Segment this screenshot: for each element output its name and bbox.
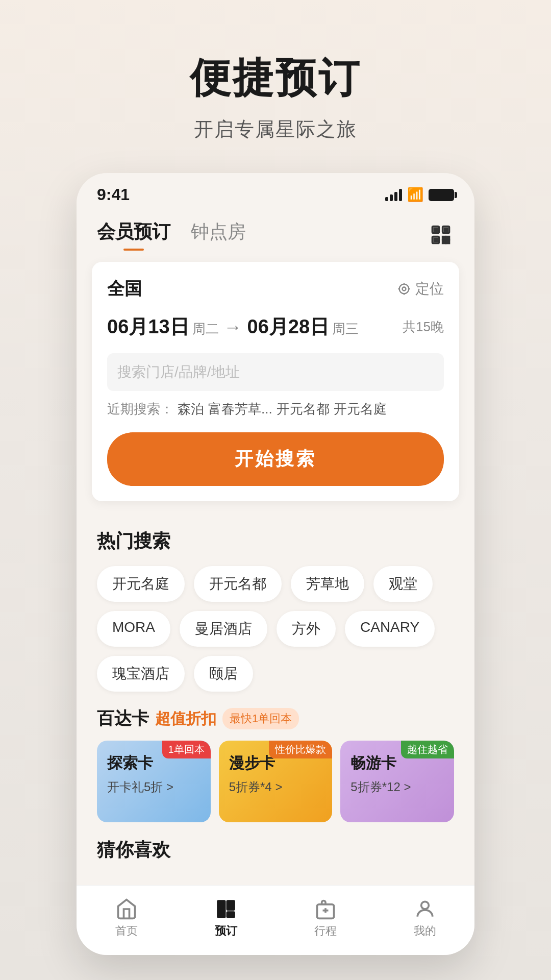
svg-rect-10 [446,240,449,243]
bada-card-walk[interactable]: 性价比爆款 漫步卡 5折券*4 > [219,741,333,822]
svg-rect-17 [217,901,225,918]
card-desc-travel: 5折券*12 > [350,779,444,795]
svg-rect-9 [443,240,446,243]
bada-header: 百达卡 超值折扣 最快1单回本 [97,707,454,730]
nav-label-home: 首页 [115,923,138,939]
recent-tag-3[interactable]: 开元名庭 [334,400,387,418]
guess-section: 猜你喜欢 [77,832,474,885]
checkin-date[interactable]: 06月13日周二 [107,314,219,340]
nav-label-booking: 预订 [215,923,237,939]
status-icons: 📶 [385,187,454,203]
search-input[interactable]: 搜索门店/品牌/地址 [107,353,444,391]
qr-button[interactable] [428,222,454,248]
hero-subtitle: 开启专属星际之旅 [194,116,357,142]
nights-count: 共15晚 [403,318,444,336]
location-button[interactable]: 定位 [397,279,444,299]
hot-tag-5[interactable]: 曼居酒店 [180,611,267,647]
nav-item-trip[interactable]: 行程 [304,894,347,943]
date-arrow: → [224,316,242,338]
card-badge-walk: 性价比爆款 [269,741,332,758]
recent-tag-1[interactable]: 富春芳草... [208,400,272,418]
search-card: 全国 定位 06月13日周二 → 06月28日周三 共 [92,262,459,501]
hot-tag-6[interactable]: 方外 [277,611,336,647]
tab-hourly-room[interactable]: 钟点房 [191,219,246,250]
hero-title: 便捷预订 [190,51,361,106]
card-badge-travel: 越住越省 [401,741,454,758]
status-time: 9:41 [97,185,130,204]
svg-rect-4 [444,228,447,231]
nav-item-booking[interactable]: 预订 [205,894,247,943]
card-desc-explore: 开卡礼5折 > [107,779,201,795]
bada-section: 百达卡 超值折扣 最快1单回本 1单回本 探索卡 开卡礼5折 > 性价比爆款 漫… [77,697,474,832]
tab-member-booking[interactable]: 会员预订 [97,219,170,250]
card-badge-explore: 1单回本 [162,741,211,758]
location-text[interactable]: 全国 [107,277,142,301]
recent-tag-2[interactable]: 开元名都 [277,400,330,418]
hot-tag-2[interactable]: 芳草地 [291,566,364,602]
recent-tag-0[interactable]: 森泊 [178,400,204,418]
bada-card-travel[interactable]: 越住越省 畅游卡 5折券*12 > [340,741,454,822]
bada-card-explore[interactable]: 1单回本 探索卡 开卡礼5折 > [97,741,211,822]
hot-tag-3[interactable]: 观堂 [373,566,433,602]
phone-shell: 9:41 📶 会员预订 钟点房 [77,173,474,955]
nav-item-profile[interactable]: 我的 [404,894,446,943]
hot-search-section: 热门搜索 开元名庭 开元名都 芳草地 观堂 MORA 曼居酒店 方外 CANAR… [77,513,474,697]
nav-label-profile: 我的 [414,923,436,939]
nav-label-trip: 行程 [314,923,337,939]
hot-tag-8[interactable]: 瑰宝酒店 [97,656,185,692]
recent-label: 近期搜索： [107,400,173,418]
svg-point-12 [399,284,409,294]
svg-rect-8 [446,236,449,239]
date-row: 06月13日周二 → 06月28日周三 共15晚 [107,314,444,340]
status-bar: 9:41 📶 [77,173,474,209]
svg-rect-19 [227,912,234,918]
svg-point-11 [403,287,406,291]
hot-tags-container: 开元名庭 开元名都 芳草地 观堂 MORA 曼居酒店 方外 CANARY 瑰宝酒… [97,566,454,692]
hot-tag-4[interactable]: MORA [97,611,170,647]
guess-title: 猜你喜欢 [97,838,454,863]
search-button[interactable]: 开始搜索 [107,432,444,486]
hot-tag-7[interactable]: CANARY [345,611,435,647]
svg-rect-3 [434,228,437,231]
hot-tag-9[interactable]: 颐居 [194,656,253,692]
svg-rect-7 [443,236,446,239]
bottom-nav: 首页 预订 行程 我的 [77,885,474,955]
nav-item-home[interactable]: 首页 [105,894,148,943]
hot-search-title: 热门搜索 [97,529,454,554]
checkout-date[interactable]: 06月28日周三 [247,314,359,340]
hot-tag-1[interactable]: 开元名都 [194,566,282,602]
bada-title: 百达卡 [97,707,149,730]
svg-point-23 [421,901,429,909]
location-row: 全国 定位 [107,277,444,301]
bada-badge: 最快1单回本 [222,708,299,729]
svg-rect-18 [227,901,234,910]
hot-tag-0[interactable]: 开元名庭 [97,566,185,602]
signal-icon [385,189,402,201]
bada-cards-container: 1单回本 探索卡 开卡礼5折 > 性价比爆款 漫步卡 5折券*4 > 越住越省 … [97,741,454,822]
battery-icon [429,189,454,201]
location-btn-label: 定位 [415,279,444,299]
bada-subtitle: 超值折扣 [155,708,216,729]
recent-search-row: 近期搜索： 森泊 富春芳草... 开元名都 开元名庭 [107,400,444,418]
svg-rect-5 [434,238,437,241]
nav-tabs: 会员预订 钟点房 [77,209,474,250]
wifi-icon: 📶 [407,187,423,203]
card-desc-walk: 5折券*4 > [229,779,322,795]
